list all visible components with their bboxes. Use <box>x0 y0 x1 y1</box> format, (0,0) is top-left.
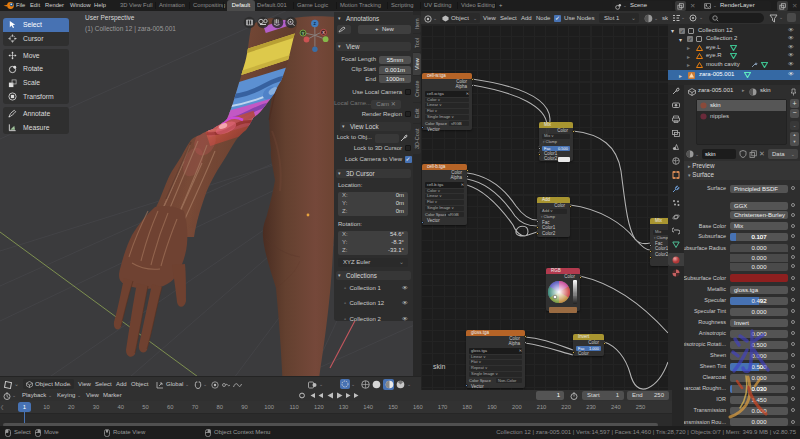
svg-text:X: X <box>322 30 325 35</box>
svg-text:Y: Y <box>302 31 305 36</box>
